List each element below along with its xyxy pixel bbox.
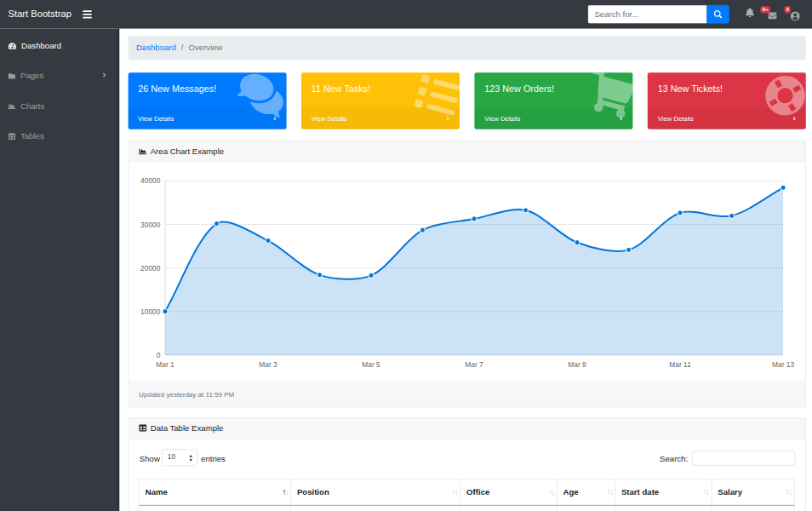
svg-text:Mar 1: Mar 1 bbox=[156, 360, 174, 369]
svg-text:Mar 5: Mar 5 bbox=[362, 360, 380, 369]
svg-text:Mar 3: Mar 3 bbox=[259, 360, 277, 369]
svg-text:Mar 9: Mar 9 bbox=[568, 360, 586, 369]
svg-text:30000: 30000 bbox=[140, 221, 161, 229]
svg-text:0: 0 bbox=[156, 351, 160, 359]
svg-text:Mar 7: Mar 7 bbox=[465, 360, 483, 369]
svg-text:20000: 20000 bbox=[140, 264, 161, 273]
svg-text:Mar 13: Mar 13 bbox=[772, 360, 794, 369]
svg-text:Mar 11: Mar 11 bbox=[669, 360, 691, 369]
svg-text:10000: 10000 bbox=[140, 307, 161, 316]
svg-text:40000: 40000 bbox=[140, 176, 161, 185]
